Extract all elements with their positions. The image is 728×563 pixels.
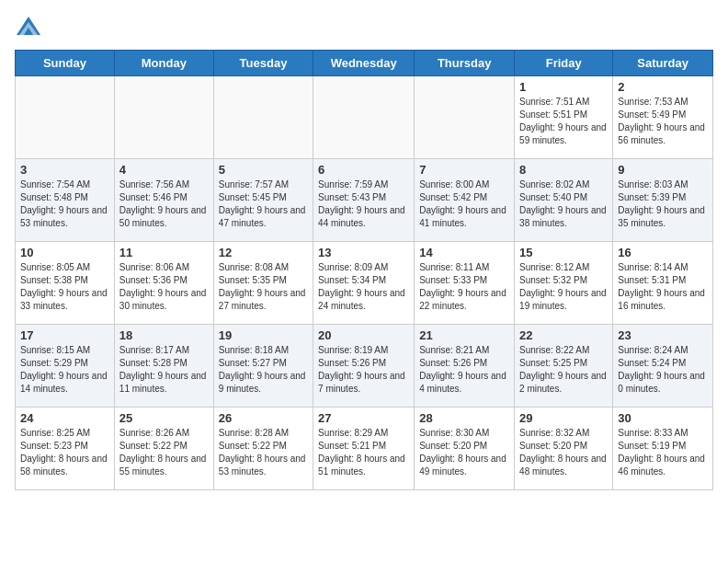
day-info: Sunrise: 8:28 AM Sunset: 5:22 PM Dayligh… (219, 427, 308, 478)
calendar-cell: 9Sunrise: 8:03 AM Sunset: 5:39 PM Daylig… (613, 159, 713, 242)
day-number: 9 (618, 163, 708, 177)
calendar-cell: 25Sunrise: 8:26 AM Sunset: 5:22 PM Dayli… (114, 408, 213, 490)
day-info: Sunrise: 8:09 AM Sunset: 5:34 PM Dayligh… (318, 261, 409, 313)
calendar-cell: 21Sunrise: 8:21 AM Sunset: 5:26 PM Dayli… (415, 325, 515, 408)
calendar-cell: 11Sunrise: 8:06 AM Sunset: 5:36 PM Dayli… (114, 242, 213, 325)
calendar-cell (313, 76, 415, 159)
day-info: Sunrise: 8:03 AM Sunset: 5:39 PM Dayligh… (618, 178, 708, 230)
day-number: 19 (219, 328, 308, 342)
calendar-cell: 2Sunrise: 7:53 AM Sunset: 5:49 PM Daylig… (613, 76, 713, 159)
calendar-week-row: 1Sunrise: 7:51 AM Sunset: 5:51 PM Daylig… (16, 76, 713, 159)
calendar-cell: 28Sunrise: 8:30 AM Sunset: 5:20 PM Dayli… (415, 408, 515, 490)
calendar: SundayMondayTuesdayWednesdayThursdayFrid… (15, 50, 713, 490)
day-info: Sunrise: 7:59 AM Sunset: 5:43 PM Dayligh… (318, 178, 409, 230)
day-number: 16 (618, 246, 708, 259)
day-number: 11 (119, 246, 209, 259)
day-info: Sunrise: 8:17 AM Sunset: 5:28 PM Dayligh… (119, 344, 209, 396)
calendar-week-row: 17Sunrise: 8:15 AM Sunset: 5:29 PM Dayli… (16, 325, 713, 408)
page-header (15, 15, 713, 42)
day-info: Sunrise: 8:15 AM Sunset: 5:29 PM Dayligh… (20, 344, 109, 396)
day-info: Sunrise: 7:51 AM Sunset: 5:51 PM Dayligh… (519, 96, 608, 147)
day-number: 23 (618, 328, 708, 342)
calendar-header-row: SundayMondayTuesdayWednesdayThursdayFrid… (16, 51, 713, 76)
day-number: 27 (318, 411, 409, 425)
day-number: 18 (119, 328, 209, 342)
calendar-cell: 4Sunrise: 7:56 AM Sunset: 5:46 PM Daylig… (114, 159, 213, 242)
day-number: 15 (519, 246, 608, 259)
day-number: 28 (419, 411, 509, 425)
day-number: 13 (318, 246, 409, 259)
weekday-header: Saturday (613, 51, 713, 76)
day-number: 26 (219, 411, 308, 425)
calendar-week-row: 24Sunrise: 8:25 AM Sunset: 5:23 PM Dayli… (16, 408, 713, 490)
calendar-cell: 13Sunrise: 8:09 AM Sunset: 5:34 PM Dayli… (313, 242, 415, 325)
day-number: 20 (318, 328, 409, 342)
logo (15, 15, 46, 42)
calendar-cell: 14Sunrise: 8:11 AM Sunset: 5:33 PM Dayli… (415, 242, 515, 325)
calendar-cell: 29Sunrise: 8:32 AM Sunset: 5:20 PM Dayli… (515, 408, 613, 490)
calendar-cell (213, 76, 313, 159)
day-info: Sunrise: 8:02 AM Sunset: 5:40 PM Dayligh… (519, 178, 608, 230)
weekday-header: Sunday (16, 51, 115, 76)
weekday-header: Thursday (415, 51, 515, 76)
calendar-cell: 18Sunrise: 8:17 AM Sunset: 5:28 PM Dayli… (114, 325, 213, 408)
calendar-cell: 16Sunrise: 8:14 AM Sunset: 5:31 PM Dayli… (613, 242, 713, 325)
calendar-cell: 26Sunrise: 8:28 AM Sunset: 5:22 PM Dayli… (213, 408, 313, 490)
weekday-header: Tuesday (213, 51, 313, 76)
weekday-header: Friday (515, 51, 613, 76)
logo-icon (15, 15, 42, 42)
day-info: Sunrise: 8:12 AM Sunset: 5:32 PM Dayligh… (519, 261, 608, 313)
calendar-cell: 15Sunrise: 8:12 AM Sunset: 5:32 PM Dayli… (515, 242, 613, 325)
day-number: 24 (20, 411, 109, 425)
day-number: 5 (219, 163, 308, 177)
day-number: 10 (20, 246, 109, 259)
calendar-cell: 20Sunrise: 8:19 AM Sunset: 5:26 PM Dayli… (313, 325, 415, 408)
day-info: Sunrise: 8:05 AM Sunset: 5:38 PM Dayligh… (20, 261, 109, 313)
day-number: 30 (618, 411, 708, 425)
day-number: 25 (119, 411, 209, 425)
day-info: Sunrise: 7:57 AM Sunset: 5:45 PM Dayligh… (219, 178, 308, 230)
day-info: Sunrise: 8:08 AM Sunset: 5:35 PM Dayligh… (219, 261, 308, 313)
calendar-cell: 17Sunrise: 8:15 AM Sunset: 5:29 PM Dayli… (16, 325, 115, 408)
weekday-header: Monday (114, 51, 213, 76)
day-info: Sunrise: 8:19 AM Sunset: 5:26 PM Dayligh… (318, 344, 409, 396)
calendar-cell: 10Sunrise: 8:05 AM Sunset: 5:38 PM Dayli… (16, 242, 115, 325)
calendar-cell: 7Sunrise: 8:00 AM Sunset: 5:42 PM Daylig… (415, 159, 515, 242)
day-number: 3 (20, 163, 109, 177)
day-number: 22 (519, 328, 608, 342)
day-info: Sunrise: 8:33 AM Sunset: 5:19 PM Dayligh… (618, 427, 708, 478)
day-info: Sunrise: 8:29 AM Sunset: 5:21 PM Dayligh… (318, 427, 409, 478)
calendar-cell: 27Sunrise: 8:29 AM Sunset: 5:21 PM Dayli… (313, 408, 415, 490)
day-info: Sunrise: 8:18 AM Sunset: 5:27 PM Dayligh… (219, 344, 308, 396)
day-info: Sunrise: 8:06 AM Sunset: 5:36 PM Dayligh… (119, 261, 209, 313)
day-info: Sunrise: 8:32 AM Sunset: 5:20 PM Dayligh… (519, 427, 608, 478)
day-info: Sunrise: 8:00 AM Sunset: 5:42 PM Dayligh… (419, 178, 509, 230)
day-number: 21 (419, 328, 509, 342)
day-number: 12 (219, 246, 308, 259)
calendar-cell: 23Sunrise: 8:24 AM Sunset: 5:24 PM Dayli… (613, 325, 713, 408)
day-number: 8 (519, 163, 608, 177)
day-info: Sunrise: 8:11 AM Sunset: 5:33 PM Dayligh… (419, 261, 509, 313)
day-info: Sunrise: 8:25 AM Sunset: 5:23 PM Dayligh… (20, 427, 109, 478)
calendar-cell: 5Sunrise: 7:57 AM Sunset: 5:45 PM Daylig… (213, 159, 313, 242)
day-number: 1 (519, 80, 608, 94)
day-info: Sunrise: 7:56 AM Sunset: 5:46 PM Dayligh… (119, 178, 209, 230)
day-number: 29 (519, 411, 608, 425)
day-info: Sunrise: 8:14 AM Sunset: 5:31 PM Dayligh… (618, 261, 708, 313)
day-info: Sunrise: 8:26 AM Sunset: 5:22 PM Dayligh… (119, 427, 209, 478)
calendar-cell (114, 76, 213, 159)
calendar-week-row: 3Sunrise: 7:54 AM Sunset: 5:48 PM Daylig… (16, 159, 713, 242)
day-info: Sunrise: 8:30 AM Sunset: 5:20 PM Dayligh… (419, 427, 509, 478)
weekday-header: Wednesday (313, 51, 415, 76)
day-number: 17 (20, 328, 109, 342)
calendar-cell: 24Sunrise: 8:25 AM Sunset: 5:23 PM Dayli… (16, 408, 115, 490)
calendar-cell: 30Sunrise: 8:33 AM Sunset: 5:19 PM Dayli… (613, 408, 713, 490)
day-number: 6 (318, 163, 409, 177)
day-info: Sunrise: 8:22 AM Sunset: 5:25 PM Dayligh… (519, 344, 608, 396)
calendar-cell: 1Sunrise: 7:51 AM Sunset: 5:51 PM Daylig… (515, 76, 613, 159)
calendar-cell: 6Sunrise: 7:59 AM Sunset: 5:43 PM Daylig… (313, 159, 415, 242)
day-info: Sunrise: 8:21 AM Sunset: 5:26 PM Dayligh… (419, 344, 509, 396)
calendar-week-row: 10Sunrise: 8:05 AM Sunset: 5:38 PM Dayli… (16, 242, 713, 325)
day-number: 4 (119, 163, 209, 177)
calendar-cell (16, 76, 115, 159)
